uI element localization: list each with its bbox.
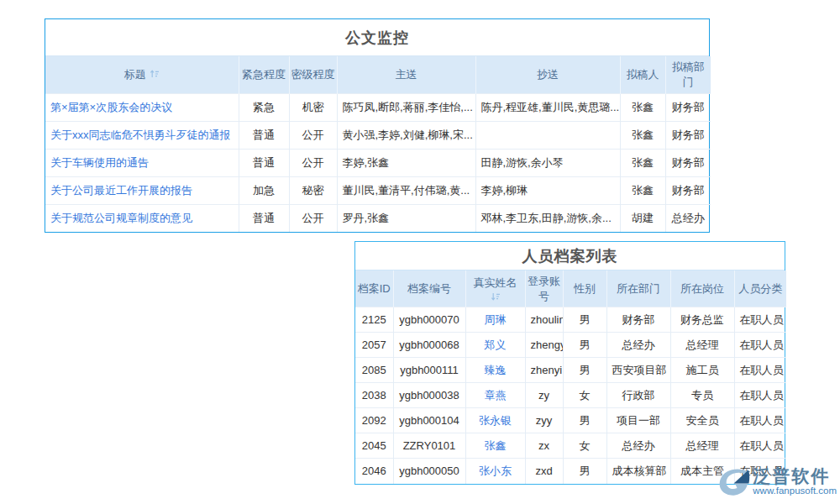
doc-cell-title: 关于公司最近工作开展的报告 — [45, 176, 239, 204]
watermark-brand: 泛普软件 — [753, 467, 830, 486]
column-label: 性别 — [574, 282, 596, 295]
watermark-url: www.fanpusoft.com — [753, 486, 837, 497]
sort-desc-icon[interactable] — [491, 291, 501, 302]
doc-cell-urgency: 紧急 — [239, 93, 289, 121]
doc-cell-main-send: 罗丹,张鑫 — [337, 204, 475, 232]
column-label: 拟稿部门 — [672, 60, 705, 88]
personnel-table: 档案ID档案编号真实姓名登录账号性别所在部门所在岗位人员分类 2125ygbh0… — [355, 270, 786, 484]
watermark-text: 泛普软件 www.fanpusoft.com — [753, 467, 837, 497]
doc-cell-title: 关于规范公司规章制度的意见 — [45, 204, 239, 232]
doc-col-draft-dept: 拟稿部门 — [665, 56, 711, 93]
personnel-cell-login-account: zxd — [525, 459, 563, 484]
doc-col-cc-send: 抄送 — [475, 56, 620, 93]
personnel-real-name-link[interactable]: 张鑫 — [485, 439, 507, 452]
personnel-cell-archive-id: 2045 — [355, 433, 393, 459]
personnel-cell-gender: 男 — [563, 408, 606, 433]
doc-cell-main-send: 陈巧凤,断郎,蒋丽,李佳怡,... — [337, 93, 475, 121]
personnel-cell-post: 财务总监 — [670, 307, 734, 333]
doc-cell-urgency: 普通 — [239, 121, 289, 149]
column-label: 档案ID — [358, 282, 391, 295]
doc-cell-draft-dept: 财务部 — [665, 149, 711, 176]
personnel-cell-archive-code: ygbh000070 — [393, 307, 465, 333]
doc-col-urgency: 紧急程度 — [239, 56, 289, 93]
column-label: 所在部门 — [617, 282, 660, 295]
personnel-cell-archive-id: 2085 — [355, 358, 393, 383]
personnel-cell-category: 在职人员 — [734, 383, 786, 408]
personnel-cell-department: 行政部 — [606, 383, 670, 408]
personnel-cell-real-name: 张永银 — [465, 408, 525, 433]
personnel-cell-department: 总经办 — [606, 433, 670, 459]
personnel-cell-category: 在职人员 — [734, 433, 786, 459]
doc-cell-title: 第×届第×次股东会的决议 — [45, 93, 239, 121]
column-label: 抄送 — [537, 68, 559, 81]
doc-cell-secrecy: 秘密 — [289, 176, 337, 204]
doc-row: 关于xxx同志临危不惧勇斗歹徒的通报普通公开黄小强,李婷,刘健,柳琳,宋...张… — [45, 121, 711, 149]
personnel-cell-post: 安全员 — [670, 408, 734, 433]
doc-row: 关于车辆使用的通告普通公开李婷,张鑫田静,游恢,余小琴张鑫财务部 — [45, 149, 711, 176]
personnel-row: 2038ygbh000038章燕zy女行政部专员在职人员 — [355, 383, 786, 408]
doc-cell-secrecy: 公开 — [289, 149, 337, 176]
doc-cell-urgency: 加急 — [239, 176, 289, 204]
personnel-cell-department: 项目一部 — [606, 408, 670, 433]
doc-cell-secrecy: 公开 — [289, 121, 337, 149]
personnel-row: 2085ygbh000111臻逸zhenyi男西安项目部施工员在职人员 — [355, 358, 786, 383]
personnel-cell-login-account: zhoulin — [525, 307, 563, 333]
personnel-cell-category: 在职人员 — [734, 333, 786, 358]
doc-cell-secrecy: 机密 — [289, 93, 337, 121]
personnel-cell-login-account: zhengyi — [525, 333, 563, 358]
personnel-cell-archive-id: 2092 — [355, 408, 393, 433]
doc-row: 第×届第×次股东会的决议紧急机密陈巧凤,断郎,蒋丽,李佳怡,...陈丹,程亚雄,… — [45, 93, 711, 121]
personnel-real-name-link[interactable]: 周琳 — [485, 313, 507, 326]
doc-cell-main-send: 李婷,张鑫 — [337, 149, 475, 176]
personnel-title: 人员档案列表 — [355, 242, 785, 270]
personnel-cell-gender: 女 — [563, 433, 606, 459]
doc-cell-main-send: 董川民,董清平,付伟璐,黄... — [337, 176, 475, 204]
column-label: 档案编号 — [407, 282, 451, 295]
sort-asc-icon[interactable] — [150, 69, 160, 79]
doc-monitor-panel: 公文监控 标题紧急程度密级程度主送抄送拟稿人拟稿部门 第×届第×次股东会的决议紧… — [45, 18, 710, 233]
personnel-col-post: 所在岗位 — [670, 270, 734, 307]
doc-monitor-title: 公文监控 — [45, 19, 709, 56]
column-label: 人员分类 — [738, 282, 782, 295]
doc-title-link[interactable]: 关于规范公司规章制度的意见 — [50, 212, 192, 224]
doc-title-link[interactable]: 第×届第×次股东会的决议 — [50, 101, 172, 113]
personnel-row: 2125ygbh000070周琳zhoulin男财务部财务总监在职人员 — [355, 307, 786, 333]
doc-cell-drafter: 张鑫 — [620, 149, 665, 176]
personnel-cell-archive-code: ygbh000038 — [393, 383, 465, 408]
personnel-cell-archive-id: 2046 — [355, 459, 393, 484]
personnel-real-name-link[interactable]: 张小东 — [479, 465, 512, 477]
column-label: 登录账号 — [528, 275, 560, 302]
column-label: 所在岗位 — [680, 282, 724, 295]
personnel-cell-login-account: zhenyi — [525, 358, 563, 383]
personnel-col-category: 人员分类 — [734, 270, 786, 307]
personnel-col-archive-code: 档案编号 — [393, 270, 465, 307]
personnel-col-real-name[interactable]: 真实姓名 — [465, 270, 525, 307]
doc-cell-drafter: 张鑫 — [620, 93, 665, 121]
personnel-real-name-link[interactable]: 郑义 — [485, 339, 507, 351]
fanpu-logo-icon — [716, 467, 751, 497]
personnel-cell-gender: 男 — [563, 459, 606, 484]
doc-cell-draft-dept: 财务部 — [665, 93, 711, 121]
doc-cell-main-send: 黄小强,李婷,刘健,柳琳,宋... — [337, 121, 475, 149]
personnel-cell-department: 成本核算部 — [606, 459, 670, 484]
doc-title-link[interactable]: 关于xxx同志临危不惧勇斗歹徒的通报 — [50, 129, 231, 141]
personnel-cell-category: 在职人员 — [734, 358, 786, 383]
personnel-cell-post: 专员 — [670, 383, 734, 408]
doc-cell-cc-send: 田静,游恢,余小琴 — [475, 149, 620, 176]
personnel-col-department: 所在部门 — [606, 270, 670, 307]
personnel-cell-login-account: zy — [525, 383, 563, 408]
doc-title-link[interactable]: 关于车辆使用的通告 — [50, 156, 149, 169]
doc-cell-urgency: 普通 — [239, 204, 289, 232]
personnel-real-name-link[interactable]: 章燕 — [485, 389, 507, 402]
doc-cell-drafter: 胡建 — [620, 204, 665, 232]
column-label: 紧急程度 — [242, 68, 286, 81]
personnel-real-name-link[interactable]: 臻逸 — [485, 364, 507, 376]
personnel-cell-post: 总经理 — [670, 433, 734, 459]
personnel-row: 2092ygbh000104张永银zyy男项目一部安全员在职人员 — [355, 408, 786, 433]
doc-title-link[interactable]: 关于公司最近工作开展的报告 — [50, 184, 192, 197]
column-label: 拟稿人 — [627, 68, 659, 81]
personnel-real-name-link[interactable]: 张永银 — [479, 414, 512, 427]
doc-col-title[interactable]: 标题 — [45, 56, 239, 93]
personnel-cell-department: 西安项目部 — [606, 358, 670, 383]
personnel-cell-real-name: 张鑫 — [465, 433, 525, 459]
